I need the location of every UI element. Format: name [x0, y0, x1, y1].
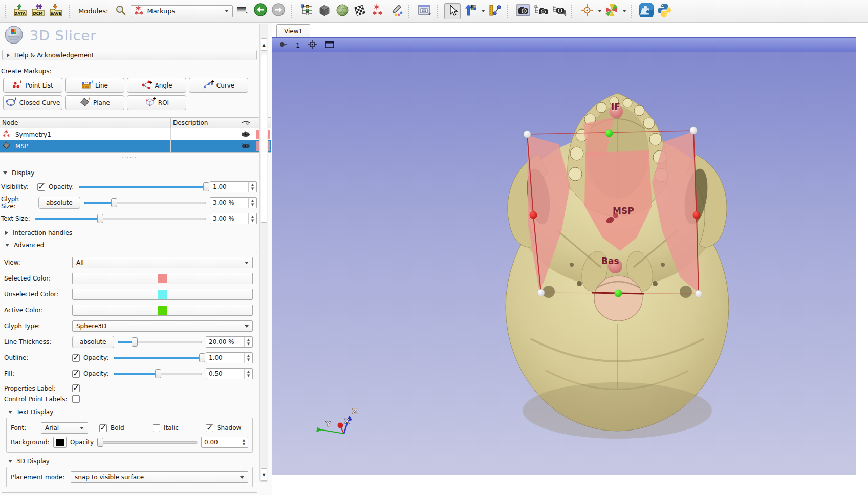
toolbar-grip[interactable] — [5, 5, 8, 18]
center-view-icon[interactable] — [307, 39, 317, 51]
description-column-header[interactable]: Description — [170, 118, 236, 128]
pin-icon[interactable] — [278, 40, 289, 50]
active-color-button[interactable] — [72, 305, 253, 316]
toolbar-grip[interactable] — [507, 5, 511, 18]
line-thickness-absolute-button[interactable]: absolute — [72, 336, 114, 348]
toolbar-grip[interactable] — [571, 5, 575, 18]
unselected-color-button[interactable] — [72, 289, 253, 300]
toolbar-grip[interactable] — [291, 5, 294, 18]
display-section-header[interactable]: Display — [0, 165, 259, 177]
toolbar-grip[interactable] — [69, 5, 72, 18]
node-row-msp[interactable]: MSP — [0, 140, 271, 152]
active-control-point[interactable] — [615, 290, 622, 297]
line-thickness-slider[interactable] — [118, 337, 202, 347]
maximize-view-icon[interactable] — [324, 40, 335, 50]
create-roi-button[interactable]: + ROI — [127, 95, 186, 110]
layout-selector-button[interactable] — [416, 3, 432, 19]
create-curve-button[interactable]: + Curve — [189, 78, 248, 93]
text-size-spinbox[interactable]: 3.00 %▲▼ — [210, 213, 257, 224]
toolbar-grip[interactable] — [437, 5, 440, 18]
create-closed-curve-button[interactable]: + Closed Curve — [3, 95, 62, 110]
create-point-list-button[interactable]: + Point List — [3, 78, 62, 93]
visibility-checkbox[interactable] — [37, 183, 45, 191]
load-data-button[interactable]: DATA — [12, 3, 29, 19]
visibility-opacity-spinbox[interactable]: 1.00▲▼ — [210, 181, 257, 192]
node-column-header[interactable]: Node — [0, 119, 170, 126]
create-line-button[interactable]: + Line — [65, 78, 124, 93]
interaction-handles-section-header[interactable]: Interaction handles — [5, 229, 259, 236]
italic-checkbox[interactable] — [153, 424, 160, 432]
measurements-button[interactable] — [487, 3, 503, 19]
panel-scrollbar[interactable]: ▲ ▼ — [259, 24, 268, 482]
markups-toolbar-button[interactable] — [370, 3, 386, 19]
scroll-down-button[interactable]: ▼ — [261, 468, 267, 481]
background-opacity-slider[interactable] — [98, 438, 198, 447]
dicom-button[interactable]: DCM — [30, 3, 47, 19]
python-console-button[interactable] — [656, 3, 672, 19]
chevron-down-icon[interactable] — [481, 10, 485, 12]
glyph-size-absolute-button[interactable]: absolute — [38, 197, 80, 209]
outline-checkbox[interactable] — [72, 354, 80, 362]
create-angle-button[interactable]: + Angle — [127, 78, 186, 93]
slice-intersections-button[interactable] — [603, 3, 620, 19]
outline-opacity-spinbox[interactable]: 1.00▲▼ — [206, 352, 253, 363]
shadow-checkbox[interactable] — [206, 424, 213, 432]
forward-button[interactable] — [270, 3, 287, 19]
crosshair-button[interactable] — [579, 3, 595, 19]
text-size-slider[interactable] — [35, 214, 206, 223]
3d-display-section-header[interactable]: 3D Display — [8, 458, 255, 465]
fill-opacity-slider[interactable] — [114, 369, 202, 378]
create-plane-button[interactable]: + Plane — [65, 95, 124, 110]
outline-opacity-slider[interactable] — [114, 353, 202, 362]
fill-checkbox[interactable] — [72, 370, 80, 378]
corner-control-point[interactable] — [537, 289, 545, 296]
node-visibility-toggle[interactable] — [236, 131, 255, 138]
extensions-manager-button[interactable] — [638, 3, 655, 19]
advanced-section-header[interactable]: Advanced — [5, 242, 259, 249]
chevron-down-icon[interactable] — [622, 10, 626, 12]
font-combobox[interactable]: Arial — [41, 422, 88, 434]
properties-label-checkbox[interactable] — [72, 384, 80, 392]
segment-editor-button[interactable] — [388, 3, 404, 19]
background-color-button[interactable] — [53, 437, 67, 448]
subject-hierarchy-button[interactable] — [298, 3, 315, 19]
module-selector-combobox[interactable]: Markups — [131, 5, 233, 17]
volume-rendering-button[interactable] — [316, 3, 333, 19]
placement-mode-combobox[interactable]: snap to visible surface — [71, 471, 248, 483]
scene-capture-button[interactable] — [533, 3, 549, 19]
tab-view1[interactable]: View1 — [276, 24, 310, 37]
window-level-button[interactable] — [462, 3, 479, 19]
back-button[interactable] — [252, 3, 269, 19]
edge-control-point-selected[interactable] — [693, 211, 701, 219]
fill-opacity-spinbox[interactable]: 0.50▲▼ — [206, 368, 253, 379]
active-control-point[interactable] — [605, 130, 613, 137]
help-acknowledgement-section[interactable]: Help & Acknowledgement — [2, 50, 257, 60]
node-description[interactable] — [170, 140, 236, 152]
mouse-interaction-button[interactable] — [444, 3, 461, 19]
save-button[interactable]: SAVE — [48, 3, 64, 19]
chevron-down-icon[interactable] — [598, 10, 602, 12]
module-history-button[interactable] — [234, 3, 251, 19]
corner-control-point[interactable] — [690, 127, 697, 134]
glyph-size-spinbox[interactable]: 3.00 %▲▼ — [210, 197, 257, 208]
line-thickness-spinbox[interactable]: 20.00 %▲▼ — [206, 336, 253, 348]
node-row-symmetry1[interactable]: Symmetry1 — [0, 128, 271, 140]
selected-color-button[interactable] — [72, 273, 253, 284]
glyph-type-combobox[interactable]: Sphere3D — [72, 320, 253, 332]
toolbar-grip[interactable] — [631, 5, 634, 18]
background-opacity-spinbox[interactable]: 0.00▲▼ — [201, 437, 248, 448]
view-combobox[interactable]: All — [72, 257, 253, 268]
text-display-section-header[interactable]: Text Display — [8, 408, 255, 416]
glyph-size-slider[interactable] — [84, 198, 206, 207]
table-resize-handle[interactable]: ······ — [0, 156, 259, 160]
node-visibility-toggle[interactable] — [236, 143, 255, 149]
node-description[interactable] — [170, 128, 236, 140]
edge-control-point-selected[interactable] — [530, 211, 537, 219]
toolbar-grip[interactable] — [408, 5, 412, 18]
screenshot-button[interactable] — [515, 3, 531, 19]
scroll-up-button[interactable]: ▲ — [261, 38, 267, 51]
bold-checkbox[interactable] — [99, 424, 107, 432]
scrollbar-thumb[interactable] — [261, 54, 267, 223]
scene-views-button[interactable] — [551, 3, 567, 19]
visibility-column-header[interactable] — [236, 120, 255, 126]
